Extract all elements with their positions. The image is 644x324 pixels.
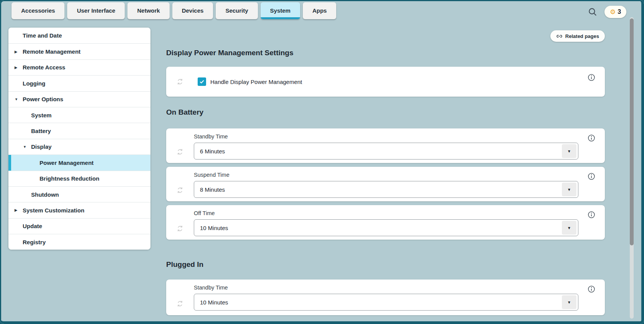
related-row: Related pages [166, 30, 605, 42]
sidebar-item-update[interactable]: Update [8, 218, 150, 234]
setting-card-handle-display-power-management: Handle Display Power Management [166, 67, 605, 97]
setup-window: Accessories User Interface Network Devic… [0, 0, 644, 324]
main-content: Related pages Display Power Management S… [166, 28, 605, 315]
handle-display-power-management-checkbox[interactable]: Handle Display Power Management [198, 77, 302, 86]
sidebar-item-system-customization[interactable]: ▶ System Customization [8, 202, 150, 218]
sidebar-item-label: System Customization [23, 207, 84, 214]
sidebar: Time and Date ▶ Remote Management ▶ Remo… [8, 28, 150, 250]
sidebar-item-label: Power Options [23, 96, 63, 102]
select-value: 10 Minutes [194, 299, 228, 306]
tab-security[interactable]: Security [216, 2, 258, 19]
related-pages-label: Related pages [565, 33, 599, 39]
sidebar-item-system[interactable]: System [8, 107, 150, 123]
sidebar-item-time-and-date[interactable]: Time and Date [8, 28, 150, 43]
sidebar-item-battery[interactable]: Battery [8, 123, 150, 138]
sidebar-item-label: Update [23, 223, 42, 229]
sidebar-item-label: Remote Management [23, 48, 81, 55]
chevron-right-icon: ▶ [15, 66, 23, 69]
group-title-on-battery: On Battery [166, 108, 605, 117]
sync-icon[interactable] [166, 132, 194, 163]
checkbox-label: Handle Display Power Management [210, 79, 302, 85]
setting-card-suspend-time-battery: Suspend Time 8 Minutes ▼ [166, 167, 605, 201]
tab-apps[interactable]: Apps [303, 2, 337, 19]
sidebar-item-label: Remote Access [23, 64, 65, 71]
tab-bar: Accessories User Interface Network Devic… [12, 2, 336, 19]
search-icon[interactable] [586, 6, 599, 18]
sidebar-item-remote-access[interactable]: ▶ Remote Access [8, 59, 150, 75]
dropdown-arrow-icon[interactable]: ▼ [562, 221, 576, 235]
checkbox-checked [198, 77, 206, 86]
setting-card-standby-time-ac: Standby Time 10 Minutes ▼ [166, 280, 605, 315]
field-label: Standby Time [194, 133, 578, 140]
triangle-down: ▼ [567, 300, 571, 304]
standby-time-battery-select[interactable]: 6 Minutes ▼ [194, 143, 578, 160]
sidebar-item-label: Logging [23, 80, 45, 87]
sidebar-item-remote-management[interactable]: ▶ Remote Management [8, 43, 150, 59]
triangle-down: ▼ [567, 149, 571, 153]
triangle-down: ▼ [567, 226, 571, 230]
sidebar-item-label: Display [31, 143, 51, 150]
chevron-right-icon: ▶ [15, 208, 23, 212]
sidebar-item-label: Power Management [40, 160, 94, 166]
info-icon[interactable] [587, 74, 596, 82]
sidebar-item-brightness-reduction[interactable]: Brightness Reduction [8, 171, 150, 186]
tab-user-interface[interactable]: User Interface [67, 2, 125, 19]
sidebar-item-label: Brightness Reduction [40, 175, 99, 182]
related-pages-button[interactable]: Related pages [550, 30, 605, 42]
sidebar-item-registry[interactable]: Registry [8, 234, 150, 250]
sidebar-item-label: Battery [31, 128, 51, 134]
group-title-plugged-in: Plugged In [166, 260, 605, 269]
chevron-down-icon: ▼ [15, 97, 23, 101]
setting-card-standby-time-battery: Standby Time 6 Minutes ▼ [166, 128, 605, 163]
link-icon [556, 33, 563, 39]
tab-accessories[interactable]: Accessories [12, 2, 64, 19]
select-value: 10 Minutes [194, 225, 228, 231]
sidebar-item-label: Time and Date [23, 32, 62, 39]
info-icon[interactable] [587, 211, 596, 219]
tab-devices[interactable]: Devices [172, 2, 213, 19]
field: Suspend Time 8 Minutes ▼ [194, 171, 605, 201]
setting-card-off-time-battery: Off Time 10 Minutes ▼ [166, 205, 605, 240]
triangle-down: ▼ [567, 187, 571, 192]
off-time-battery-select[interactable]: 10 Minutes ▼ [194, 219, 578, 236]
standby-time-ac-select[interactable]: 10 Minutes ▼ [194, 294, 578, 311]
field-label: Standby Time [194, 285, 578, 291]
tab-system[interactable]: System [261, 2, 300, 19]
sidebar-item-display[interactable]: ▼ Display [8, 139, 150, 155]
info-icon[interactable] [587, 173, 596, 181]
dropdown-arrow-icon[interactable]: ▼ [562, 295, 576, 309]
info-icon[interactable] [587, 285, 596, 294]
dropdown-arrow-icon[interactable]: ▼ [562, 183, 576, 196]
changes-badge[interactable]: ⚙ 3 [604, 6, 626, 18]
sidebar-item-shutdown[interactable]: Shutdown [8, 186, 150, 202]
field-label: Off Time [194, 210, 578, 216]
sync-icon[interactable] [166, 283, 194, 315]
sidebar-item-power-management[interactable]: Power Management [8, 155, 150, 170]
chevron-down-icon: ▼ [23, 145, 31, 149]
page-title: Display Power Management Settings [166, 49, 605, 57]
field-label: Suspend Time [194, 172, 578, 178]
scrollbar-thumb[interactable] [630, 18, 634, 245]
dropdown-arrow-icon[interactable]: ▼ [562, 144, 576, 158]
sync-icon[interactable] [166, 209, 194, 240]
chevron-right-icon: ▶ [15, 50, 23, 54]
changes-count: 3 [618, 8, 621, 15]
gear-icon: ⚙ [610, 9, 616, 15]
sidebar-item-label: Registry [23, 239, 46, 245]
select-value: 8 Minutes [194, 186, 225, 193]
tab-network[interactable]: Network [127, 2, 169, 19]
sidebar-item-label: Shutdown [31, 191, 59, 198]
sync-icon[interactable] [166, 78, 194, 86]
field: Off Time 10 Minutes ▼ [194, 209, 605, 240]
select-value: 6 Minutes [194, 148, 225, 155]
sidebar-item-label: System [31, 112, 51, 118]
field: Standby Time 10 Minutes ▼ [194, 283, 605, 315]
info-icon[interactable] [587, 134, 596, 143]
suspend-time-battery-select[interactable]: 8 Minutes ▼ [194, 181, 578, 198]
field: Standby Time 6 Minutes ▼ [194, 132, 605, 163]
sidebar-item-power-options[interactable]: ▼ Power Options [8, 91, 150, 107]
sidebar-item-logging[interactable]: Logging [8, 75, 150, 91]
sync-icon[interactable] [166, 171, 194, 201]
